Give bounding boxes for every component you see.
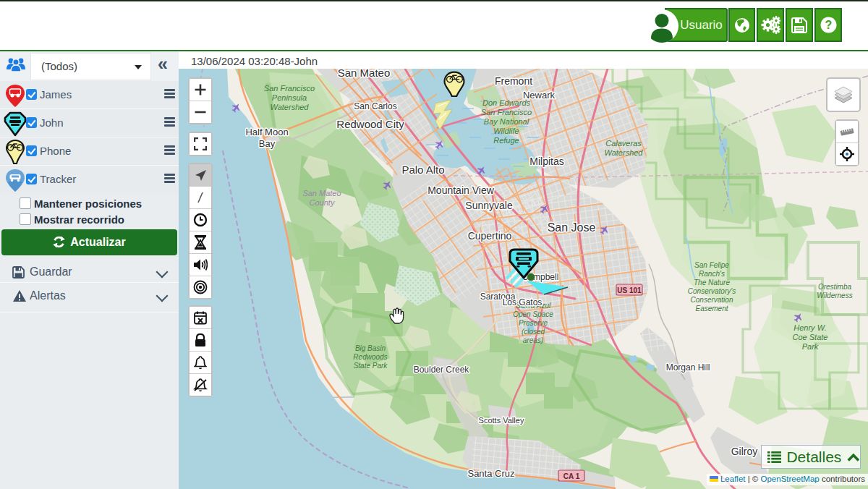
svg-text:San Carlos: San Carlos	[354, 101, 396, 111]
svg-text:Henry W.: Henry W.	[793, 323, 826, 332]
svg-text:Newark: Newark	[523, 90, 556, 101]
svg-text:Redwoods: Redwoods	[353, 353, 387, 361]
svg-text:Scotts Valley: Scotts Valley	[479, 416, 524, 425]
svg-text:Conservation: Conservation	[691, 296, 733, 304]
svg-text:Palo Alto: Palo Alto	[401, 163, 444, 176]
svg-text:CA 1: CA 1	[563, 472, 580, 480]
svg-text:Bay: Bay	[259, 138, 276, 149]
svg-text:Calaveras: Calaveras	[605, 139, 642, 148]
svg-text:Refuge: Refuge	[493, 136, 519, 145]
svg-text:Preserve: Preserve	[519, 319, 548, 327]
svg-text:Morgan Hill: Morgan Hill	[666, 362, 710, 373]
svg-text:US 101: US 101	[617, 286, 642, 294]
svg-text:Fremont: Fremont	[495, 75, 532, 87]
svg-text:Coe State: Coe State	[793, 333, 828, 341]
svg-text:Easement: Easement	[695, 305, 728, 312]
svg-text:Bay National: Bay National	[484, 117, 529, 126]
svg-text:Orestimba: Orestimba	[818, 283, 852, 291]
svg-text:San Jose: San Jose	[548, 221, 596, 234]
svg-text:(closed: (closed	[522, 328, 545, 336]
svg-text:Mountain View: Mountain View	[427, 184, 494, 196]
svg-text:San Felipe: San Felipe	[694, 261, 729, 269]
svg-text:Park: Park	[802, 342, 819, 351]
svg-text:Wilderness: Wilderness	[817, 292, 852, 299]
svg-text:Wildlife: Wildlife	[493, 127, 519, 135]
svg-text:Conservatory's: Conservatory's	[688, 287, 736, 295]
svg-text:San Francisco: San Francisco	[264, 84, 315, 93]
svg-text:The Nature: The Nature	[694, 278, 730, 286]
svg-text:Big Basin: Big Basin	[355, 344, 386, 352]
svg-text:San Mateo: San Mateo	[338, 69, 391, 79]
svg-text:?: ?	[825, 19, 832, 31]
svg-text:Half Moon: Half Moon	[245, 127, 288, 137]
svg-text:State Park: State Park	[354, 362, 388, 370]
svg-text:Watershed: Watershed	[605, 148, 644, 157]
svg-text:Gilroy: Gilroy	[731, 446, 758, 457]
svg-text:Watershed: Watershed	[271, 103, 310, 111]
svg-text:Los Gatos: Los Gatos	[503, 297, 542, 307]
svg-text:Peninsula: Peninsula	[272, 93, 307, 102]
svg-text:Open Space: Open Space	[513, 310, 553, 318]
svg-text:areas): areas)	[523, 336, 543, 344]
svg-text:Sunnyvale: Sunnyvale	[465, 200, 513, 211]
svg-text:Redwood City: Redwood City	[336, 118, 404, 130]
svg-text:Milpitas: Milpitas	[529, 156, 563, 167]
svg-text:Santa Cruz: Santa Cruz	[467, 468, 514, 479]
svg-text:San Mateo: San Mateo	[302, 189, 341, 197]
svg-text:San Francisco: San Francisco	[481, 108, 532, 116]
svg-text:Cupertino: Cupertino	[468, 230, 512, 242]
svg-text:County: County	[310, 198, 336, 207]
svg-text:Ranch's: Ranch's	[699, 270, 725, 278]
svg-text:Boulder Creek: Boulder Creek	[414, 365, 470, 375]
